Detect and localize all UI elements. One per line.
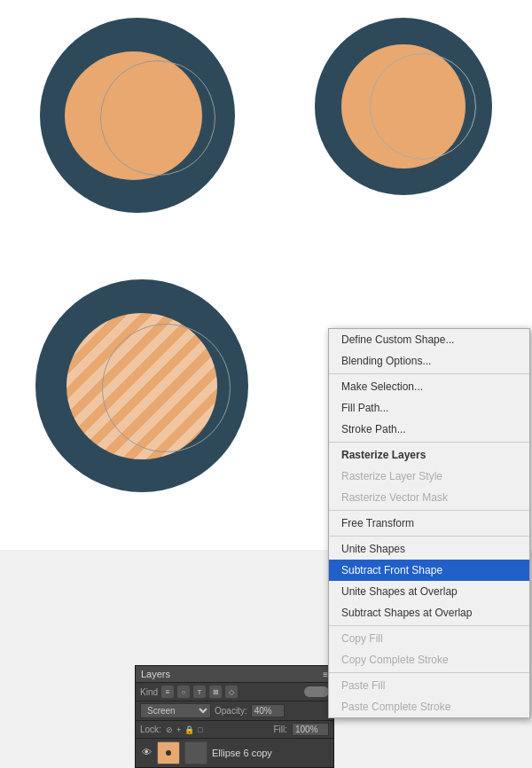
layer-thumb-dot (166, 750, 171, 756)
outer-circle-tl (40, 18, 235, 213)
layer-row-ellipse: 👁 Ellipse 6 copy (136, 739, 333, 767)
filter-icon-text[interactable]: T (193, 686, 206, 698)
filter-icon-list[interactable]: ≡ (161, 686, 174, 698)
visibility-icon[interactable]: 👁 (140, 747, 153, 759)
menu-item-subtract-front-shape[interactable]: Subtract Front Shape (329, 560, 529, 581)
menu-separator-2 (329, 442, 529, 443)
menu-separator-4 (329, 536, 529, 537)
filter-toggle[interactable] (304, 686, 329, 697)
fill-label: Fill: (273, 725, 287, 734)
scene-top-right (315, 18, 492, 195)
layers-mode-row: Screen Opacity: (136, 701, 333, 721)
menu-item-rasterize-layers[interactable]: Rasterize Layers (329, 444, 529, 466)
menu-item-make-selection[interactable]: Make Selection... (329, 376, 529, 397)
opacity-label: Opacity: (215, 706, 247, 716)
menu-item-unite-shapes[interactable]: Unite Shapes (329, 538, 529, 560)
layers-panel-header: Layers ≡ (136, 666, 333, 683)
outer-circle-tr (315, 18, 492, 195)
menu-item-stroke-path[interactable]: Stroke Path... (329, 419, 529, 440)
scene-top-left (40, 18, 235, 213)
layers-lock-row: Lock: ⊘ + 🔒 □ Fill: (136, 721, 333, 739)
lock-icons-group: ⊘ + 🔒 □ (166, 725, 203, 734)
menu-item-subtract-shapes-at-overlap[interactable]: Subtract Shapes at Overlap (329, 602, 529, 623)
filter-icon-shape[interactable]: ⊠ (209, 686, 222, 698)
outer-circle-bl (35, 279, 248, 492)
filter-icon-adjustment[interactable]: ◇ (225, 686, 238, 698)
menu-item-unite-shapes-at-overlap[interactable]: Unite Shapes at Overlap (329, 581, 529, 602)
menu-item-copy-complete-stroke: Copy Complete Stroke (329, 649, 529, 670)
filter-icon-pixel[interactable]: ○ (177, 686, 190, 698)
layer-mask-thumbnail (184, 741, 207, 764)
menu-item-paste-complete-stroke: Paste Complete Stroke (329, 696, 529, 717)
opacity-input[interactable] (251, 704, 285, 717)
menu-item-free-transform[interactable]: Free Transform (329, 513, 529, 534)
blending-mode-select[interactable]: Screen (140, 703, 211, 718)
lock-icon-position[interactable]: + (176, 725, 181, 734)
lock-icon-all[interactable]: 🔒 (184, 725, 194, 734)
menu-separator-5 (329, 625, 529, 626)
filter-icons-group: ≡ ○ T ⊠ ◇ (161, 686, 238, 698)
fill-input[interactable] (292, 723, 329, 736)
overlap-circle-bl (102, 324, 231, 452)
layers-title: Layers (141, 669, 170, 679)
layer-thumbnail (157, 741, 180, 764)
layers-panel: Layers ≡ Kind ≡ ○ T ⊠ ◇ Screen Opacity: … (135, 665, 334, 768)
menu-item-fill-path[interactable]: Fill Path... (329, 397, 529, 419)
menu-item-rasterize-vector-mask: Rasterize Vector Mask (329, 487, 529, 508)
context-menu: Define Custom Shape... Blending Options.… (328, 328, 530, 718)
overlap-oval-tl (100, 60, 215, 176)
layers-filter-row: Kind ≡ ○ T ⊠ ◇ (136, 683, 333, 701)
menu-item-define-custom-shape[interactable]: Define Custom Shape... (329, 329, 529, 350)
menu-item-rasterize-layer-style: Rasterize Layer Style (329, 466, 529, 487)
layer-name-label[interactable]: Ellipse 6 copy (212, 748, 329, 758)
menu-item-copy-fill: Copy Fill (329, 628, 529, 649)
filter-kind-label: Kind (140, 687, 158, 697)
lock-icon-artboard[interactable]: □ (198, 725, 202, 734)
menu-item-paste-fill: Paste Fill (329, 675, 529, 696)
menu-separator-1 (329, 373, 529, 374)
overlap-circle-tr (370, 53, 476, 160)
lock-label: Lock: (140, 725, 161, 734)
menu-item-blending-options[interactable]: Blending Options... (329, 350, 529, 372)
menu-separator-3 (329, 510, 529, 511)
menu-separator-6 (329, 672, 529, 673)
lock-icon-transparent[interactable]: ⊘ (166, 725, 173, 734)
